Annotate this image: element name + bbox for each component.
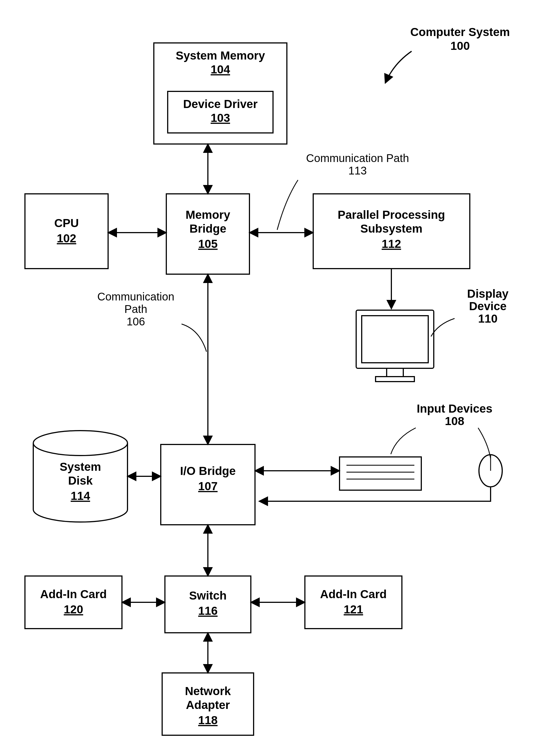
svg-text:CPU: CPU [54,217,79,230]
switch-box: Switch 116 [165,576,251,633]
svg-text:104: 104 [211,63,230,76]
system-label: Computer System 100 [385,26,510,83]
svg-text:114: 114 [71,489,90,502]
svg-rect-39 [340,457,421,490]
svg-text:112: 112 [382,237,401,250]
svg-text:Memory: Memory [185,208,230,221]
parallel-processing-subsystem-box: Parallel Processing Subsystem 112 [313,194,470,269]
keyboard-icon [340,457,421,490]
system-memory-box: System Memory 104 Device Driver 103 [154,43,287,144]
svg-text:Add-In Card: Add-In Card [40,588,107,601]
diagram-canvas: Computer System 100 System Memory 104 De… [0,0,556,756]
device-driver-box: Device Driver 103 [168,91,273,133]
add-in-card-121-box: Add-In Card 121 [305,576,402,629]
svg-text:107: 107 [198,480,217,493]
svg-rect-30 [376,377,414,382]
svg-text:110: 110 [478,312,497,325]
svg-rect-28 [362,316,428,363]
svg-text:100: 100 [450,39,470,52]
svg-text:Computer System: Computer System [410,26,510,38]
svg-text:Input Devices: Input Devices [417,402,492,415]
svg-text:103: 103 [211,111,230,124]
svg-text:Add-In Card: Add-In Card [320,588,387,601]
svg-rect-51 [305,576,402,629]
svg-text:118: 118 [198,714,217,727]
svg-text:System Memory: System Memory [176,49,265,62]
svg-text:Display: Display [467,287,509,300]
add-in-card-120-box: Add-In Card 120 [25,576,122,629]
memory-bridge-box: Memory Bridge 105 [166,194,249,274]
svg-rect-29 [387,368,403,377]
svg-text:Path: Path [125,303,147,315]
svg-text:105: 105 [198,237,217,250]
network-adapter-box: Network Adapter 118 [162,673,254,735]
svg-rect-45 [25,576,122,629]
svg-text:Subsystem: Subsystem [360,222,422,235]
svg-text:106: 106 [127,315,145,328]
input-devices: Input Devices 108 [340,402,502,490]
svg-text:Parallel Processing: Parallel Processing [338,208,445,221]
svg-text:Bridge: Bridge [189,222,226,235]
monitor-icon [356,310,434,382]
svg-text:Device Driver: Device Driver [183,98,258,111]
svg-text:120: 120 [64,603,83,616]
svg-rect-8 [25,194,108,269]
system-disk: System Disk 114 [33,430,128,522]
svg-text:102: 102 [57,232,76,245]
svg-text:System: System [60,460,101,473]
io-bridge-box: I/O Bridge 107 [161,445,255,525]
svg-text:Disk: Disk [68,474,93,487]
communication-path-106-label: Communication Path 106 [97,291,207,352]
svg-text:Switch: Switch [189,589,227,602]
svg-text:116: 116 [198,604,217,617]
svg-text:108: 108 [445,415,464,427]
svg-text:Communication Path: Communication Path [306,152,409,164]
svg-text:Network: Network [185,685,231,697]
svg-text:Device: Device [469,300,507,313]
svg-text:113: 113 [348,164,367,177]
svg-text:Communication: Communication [97,291,174,303]
display-device: Display Device 110 [356,287,509,382]
svg-text:I/O Bridge: I/O Bridge [180,464,236,478]
mouse-icon [479,455,502,487]
svg-text:121: 121 [344,603,363,616]
svg-text:Adapter: Adapter [186,698,230,711]
cpu-box: CPU 102 [25,194,108,269]
svg-rect-27 [356,310,434,368]
